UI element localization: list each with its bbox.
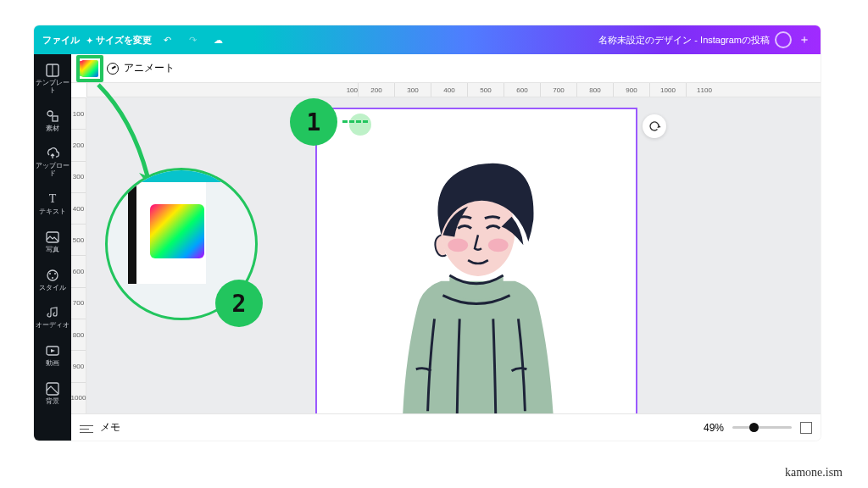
ruler-tick: 400 bbox=[431, 83, 467, 97]
rainbow-swatch-icon bbox=[81, 60, 98, 77]
slider-knob[interactable] bbox=[749, 423, 759, 432]
elements-icon bbox=[45, 108, 60, 124]
sidebar-item-label: 素材 bbox=[46, 125, 59, 133]
svg-point-13 bbox=[488, 238, 509, 252]
ruler-tick: 500 bbox=[71, 224, 86, 255]
annotation-badge-2: 2 bbox=[215, 280, 263, 327]
video-icon bbox=[45, 343, 60, 358]
cloud-sync-icon[interactable]: ☁ bbox=[209, 30, 228, 49]
sidebar-item-label: 背景 bbox=[46, 398, 59, 406]
annotation-highlight-swatch bbox=[76, 55, 103, 82]
app-window: ファイル ✦ サイズを変更 ↶ ↷ ☁ 名称未設定のデザイン - Instagr… bbox=[34, 25, 821, 441]
ruler-tick: 1000 bbox=[649, 83, 686, 97]
ruler-tick: 400 bbox=[71, 192, 86, 224]
top-bar: ファイル ✦ サイズを変更 ↶ ↷ ☁ 名称未設定のデザイン - Instagr… bbox=[34, 25, 821, 54]
sidebar-item-label: テンプレート bbox=[34, 80, 71, 95]
styles-icon bbox=[45, 268, 60, 283]
author-signature: kamone.ism bbox=[785, 466, 843, 480]
ruler-horizontal: 100 200 300 400 500 600 700 800 900 1000… bbox=[86, 83, 821, 97]
animate-button[interactable]: アニメート bbox=[107, 61, 175, 75]
zoom-level[interactable]: 49% bbox=[704, 422, 724, 434]
user-avatar[interactable] bbox=[775, 31, 792, 48]
sparkle-icon: ✦ bbox=[86, 36, 96, 45]
ruler-tick: 800 bbox=[576, 83, 613, 97]
sidebar-item-audio[interactable]: オーディオ bbox=[34, 302, 71, 333]
ruler-tick: 300 bbox=[71, 161, 86, 192]
sidebar-item-text[interactable]: T テキスト bbox=[34, 188, 71, 219]
sidebar-item-label: オーディオ bbox=[36, 322, 70, 330]
annotation-badge-1: 1 bbox=[290, 98, 337, 146]
document-title[interactable]: 名称未設定のデザイン - Instagramの投稿 bbox=[598, 34, 770, 47]
resize-button[interactable]: ✦ サイズを変更 bbox=[86, 34, 152, 47]
animate-label: アニメート bbox=[124, 61, 175, 75]
refresh-icon bbox=[648, 119, 661, 133]
sidebar-item-label: スタイル bbox=[39, 285, 66, 292]
ruler-tick: 700 bbox=[71, 287, 86, 319]
svg-point-5 bbox=[47, 270, 58, 280]
context-toolbar: アニメート bbox=[71, 54, 821, 83]
svg-point-12 bbox=[448, 238, 468, 252]
redo-button[interactable]: ↷ bbox=[184, 30, 203, 49]
ruler-tick: 900 bbox=[71, 350, 86, 381]
sidebar-item-label: 写真 bbox=[46, 247, 59, 254]
rainbow-swatch-icon bbox=[150, 204, 204, 258]
side-rail: テンプレート 素材 アップロード T テキスト 写真 スタイル bbox=[34, 54, 71, 441]
svg-point-8 bbox=[52, 277, 53, 279]
sidebar-item-elements[interactable]: 素材 bbox=[34, 105, 71, 136]
ruler-tick: 1100 bbox=[686, 83, 722, 97]
zoom-slider[interactable] bbox=[732, 426, 792, 429]
sidebar-item-upload[interactable]: アップロード bbox=[34, 142, 71, 181]
ruler-tick: 600 bbox=[504, 83, 540, 97]
reset-view-button[interactable] bbox=[643, 114, 666, 138]
design-page[interactable] bbox=[315, 108, 637, 413]
sidebar-item-label: テキスト bbox=[39, 208, 66, 216]
ruler-tick: 500 bbox=[467, 83, 504, 97]
svg-point-7 bbox=[54, 273, 56, 274]
ruler-tick: 200 bbox=[71, 129, 86, 160]
ruler-tick: 700 bbox=[540, 83, 576, 97]
text-icon: T bbox=[45, 191, 60, 207]
annotation-target-dot bbox=[349, 114, 371, 136]
notes-button[interactable]: メモ bbox=[100, 420, 120, 435]
audio-icon bbox=[45, 305, 60, 320]
svg-rect-4 bbox=[47, 232, 58, 242]
ruler-tick: 200 bbox=[358, 83, 394, 97]
ruler-vertical: 100 200 300 400 500 600 700 800 900 1000 bbox=[71, 97, 86, 413]
ruler-tick: 300 bbox=[394, 83, 431, 97]
sidebar-item-video[interactable]: 動画 bbox=[34, 340, 71, 371]
sidebar-item-label: アップロード bbox=[34, 163, 71, 178]
svg-rect-3 bbox=[53, 116, 58, 121]
sidebar-item-label: 動画 bbox=[46, 360, 59, 368]
sidebar-item-background[interactable]: 背景 bbox=[34, 378, 71, 409]
sidebar-item-templates[interactable]: テンプレート bbox=[34, 59, 71, 98]
clock-icon bbox=[107, 63, 119, 75]
ruler-tick: 800 bbox=[71, 319, 86, 350]
ruler-tick: 600 bbox=[71, 255, 86, 286]
upload-icon bbox=[45, 146, 60, 161]
ruler-tick: 900 bbox=[613, 83, 649, 97]
svg-point-2 bbox=[47, 111, 53, 116]
undo-button[interactable]: ↶ bbox=[159, 30, 177, 49]
ruler-tick: 100 bbox=[71, 97, 86, 129]
add-collaborator-button[interactable]: ＋ bbox=[797, 32, 812, 47]
background-icon bbox=[45, 381, 60, 396]
fullscreen-button[interactable] bbox=[800, 422, 812, 434]
templates-icon bbox=[45, 63, 60, 78]
svg-point-6 bbox=[49, 273, 51, 274]
photos-icon bbox=[45, 230, 60, 245]
sidebar-item-photos[interactable]: 写真 bbox=[34, 226, 71, 258]
canvas-illustration[interactable] bbox=[317, 109, 636, 413]
sidebar-item-styles[interactable]: スタイル bbox=[34, 264, 71, 296]
bottom-bar: メモ 49% bbox=[71, 413, 821, 441]
notes-icon bbox=[80, 423, 93, 433]
ruler-tick: 1000 bbox=[71, 382, 86, 413]
file-menu[interactable]: ファイル bbox=[42, 34, 80, 47]
resize-label: サイズを変更 bbox=[96, 35, 152, 45]
